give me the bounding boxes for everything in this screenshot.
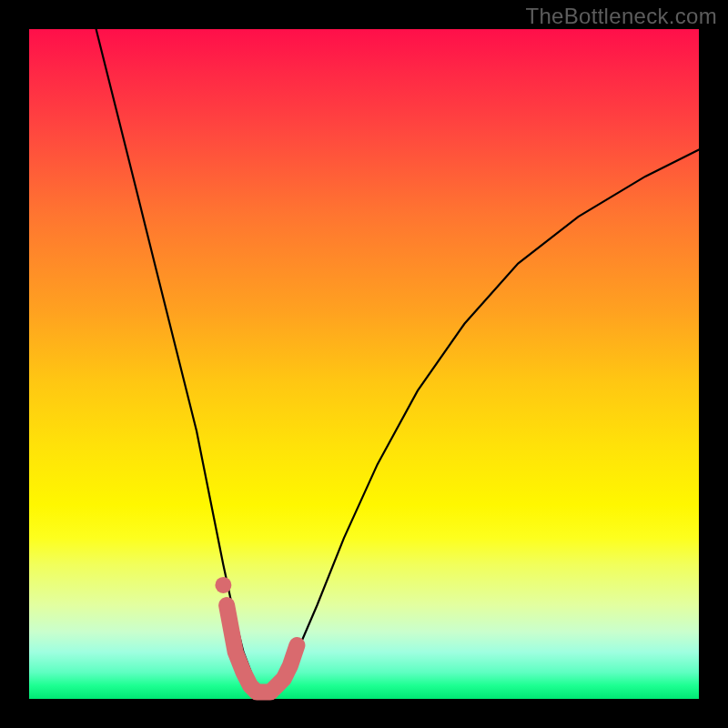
chart-frame: TheBottleneck.com: [0, 0, 728, 728]
curve-layer: [29, 29, 699, 699]
watermark-text: TheBottleneck.com: [525, 4, 717, 29]
bottleneck-curve: [96, 29, 699, 693]
plot-area: [29, 29, 699, 699]
highlight-dot: [215, 577, 231, 593]
highlight-band: [227, 605, 297, 693]
